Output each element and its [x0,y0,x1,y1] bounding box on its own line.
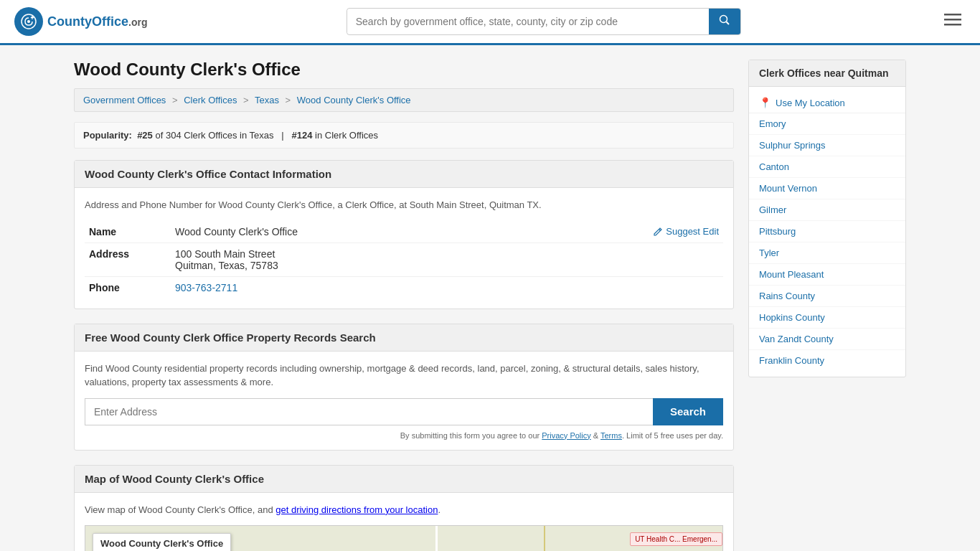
property-search-body: Find Wood County residential property re… [75,352,733,450]
suggest-edit-link[interactable]: Suggest Edit [653,226,719,237]
property-search-button[interactable]: Search [653,398,723,425]
contact-description: Address and Phone Number for Wood County… [85,198,723,212]
privacy-policy-link[interactable]: Privacy Policy [542,431,590,440]
property-search-form: Search [85,398,723,425]
sidebar-link-tyler[interactable]: Tyler [749,242,905,264]
map-overlay-card: Wood County Clerk's Office View larger m… [93,533,231,551]
sidebar-link-mount-pleasant[interactable]: Mount Pleasant [749,264,905,286]
property-search-header: Free Wood County Clerk Office Property R… [75,324,733,352]
edit-icon [653,227,663,237]
address-line1: 100 South Main Street [175,248,719,260]
global-search-bar [347,8,741,35]
road-v2 [544,526,545,551]
logo-area: CountyOffice.org [14,7,147,36]
phone-value: 903-763-2711 [171,276,723,298]
address-value: 100 South Main Street Quitman, Texas, 75… [171,242,723,276]
contact-section-header: Wood County Clerk's Office Contact Infor… [75,161,733,188]
use-my-location-link[interactable]: 📍 Use My Location [749,93,905,113]
sidebar-list: 📍 Use My Location Emory Sulphur Springs … [749,87,905,377]
svg-rect-4 [944,14,961,16]
hamburger-menu[interactable] [940,8,966,35]
sidebar-link-emory[interactable]: Emory [749,113,905,135]
content-area: Wood County Clerk's Office Government Of… [74,60,734,551]
property-description: Find Wood County residential property re… [85,362,723,390]
breadcrumb: Government Offices > Clerk Offices > Tex… [74,88,734,112]
form-disclaimer: By submitting this form you agree to our… [85,431,723,440]
contact-section: Wood County Clerk's Office Contact Infor… [74,160,734,309]
popularity-total-text: of 304 Clerk Offices in [155,130,249,141]
breadcrumb-gov-offices[interactable]: Government Offices [83,95,166,105]
popularity-bar: Popularity: #25 of 304 Clerk Offices in … [74,122,734,149]
global-search-button[interactable] [709,9,740,34]
contact-address-row: Address 100 South Main Street Quitman, T… [85,242,723,276]
popularity-rank: #25 [137,130,153,141]
address-label: Address [85,242,171,276]
phone-link[interactable]: 903-763-2711 [175,282,237,293]
name-label: Name [85,221,171,243]
popularity-label: Popularity: [83,130,132,141]
sidebar-link-franklin-county[interactable]: Franklin County [749,350,905,371]
name-value: Wood County Clerk's Office Suggest Edit [171,221,723,243]
breadcrumb-clerk-offices[interactable]: Clerk Offices [184,95,237,105]
contact-section-body: Address and Phone Number for Wood County… [75,188,733,309]
contact-phone-row: Phone 903-763-2711 [85,276,723,298]
map-overlay-title: Wood County Clerk's Office [100,538,223,549]
svg-line-3 [726,22,729,25]
sidebar-link-hopkins-county[interactable]: Hopkins County [749,307,905,329]
map-background: 📍 📍 Wood County Tax Office 📍 JPJ Constru… [85,526,722,551]
sidebar: Clerk Offices near Quitman 📍 Use My Loca… [748,60,906,551]
breadcrumb-sep-1: > [172,95,178,105]
breadcrumb-current[interactable]: Wood County Clerk's Office [297,95,411,105]
sidebar-link-van-zandt-county[interactable]: Van Zandt County [749,329,905,350]
map-placeholder: 📍 📍 Wood County Tax Office 📍 JPJ Constru… [85,525,723,551]
sidebar-link-rains-county[interactable]: Rains County [749,286,905,307]
driving-directions-link[interactable]: get driving directions from your locatio… [275,504,438,515]
logo-icon [14,7,43,36]
breadcrumb-sep-2: > [243,95,249,105]
breadcrumb-sep-3: > [286,95,291,105]
address-input[interactable] [85,398,653,425]
popularity-category-text: in Clerk Offices [315,130,378,141]
location-pin-icon: 📍 [759,97,771,108]
sidebar-link-gilmer[interactable]: Gilmer [749,199,905,221]
header: CountyOffice.org [0,0,980,45]
road-v1 [435,526,438,551]
map-label-ut: UT Health C... Emergen... [630,532,722,546]
svg-rect-5 [944,19,961,21]
terms-link[interactable]: Terms [600,431,622,440]
contact-table: Name Wood County Clerk's Office Suggest … [85,221,723,298]
popularity-national-rank: #124 [292,130,313,141]
svg-point-2 [720,16,727,23]
map-section-body: View map of Wood County Clerk's Office, … [75,493,733,552]
office-name: Wood County Clerk's Office [175,226,298,237]
main-container: Wood County Clerk's Office Government Of… [60,45,920,551]
map-section: Map of Wood County Clerk's Office View m… [74,465,734,552]
address-line2: Quitman, Texas, 75783 [175,260,719,271]
svg-point-1 [27,20,30,23]
phone-label: Phone [85,276,171,298]
global-search-input[interactable] [347,10,709,33]
breadcrumb-texas[interactable]: Texas [255,95,279,105]
sidebar-title: Clerk Offices near Quitman [749,60,905,87]
sidebar-link-mount-vernon[interactable]: Mount Vernon [749,178,905,199]
page-title: Wood County Clerk's Office [74,60,734,80]
sidebar-link-sulphur-springs[interactable]: Sulphur Springs [749,135,905,156]
logo-text: CountyOffice.org [47,14,147,29]
svg-rect-6 [944,24,961,26]
map-section-header: Map of Wood County Clerk's Office [75,466,733,493]
contact-name-row: Name Wood County Clerk's Office Suggest … [85,221,723,243]
sidebar-link-canton[interactable]: Canton [749,156,905,178]
sidebar-link-pittsburg[interactable]: Pittsburg [749,221,905,242]
map-description: View map of Wood County Clerk's Office, … [85,503,723,517]
property-search-section: Free Wood County Clerk Office Property R… [74,324,734,451]
sidebar-card: Clerk Offices near Quitman 📍 Use My Loca… [748,60,906,377]
